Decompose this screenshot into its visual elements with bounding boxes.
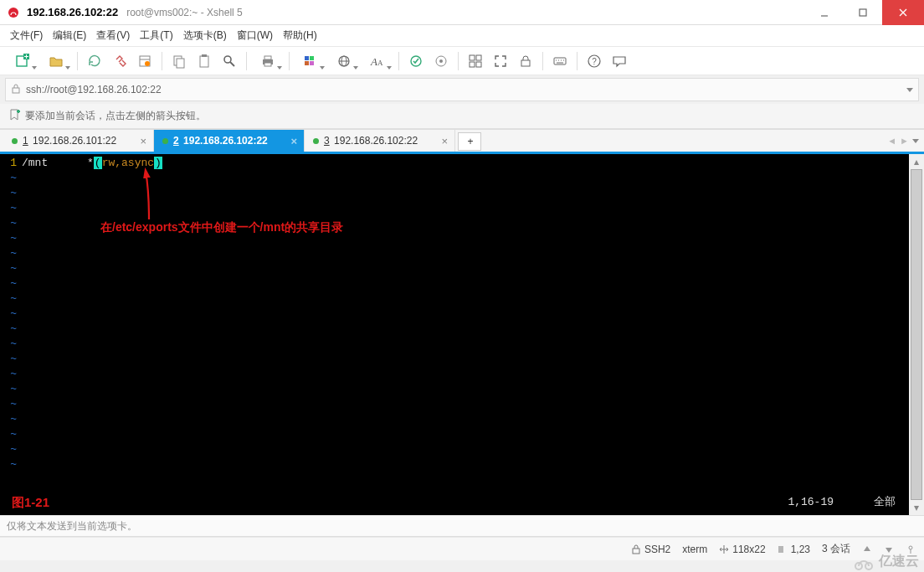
tile-button[interactable] [464, 49, 487, 73]
status-size: 118x22 [719, 544, 765, 555]
lock-button[interactable] [514, 49, 537, 73]
fullscreen-button[interactable] [489, 49, 512, 73]
tab-next-icon[interactable]: ► [900, 136, 909, 146]
disconnect-button[interactable] [108, 49, 131, 73]
keyboard-button[interactable] [548, 49, 572, 73]
menu-tabs[interactable]: 选项卡(B) [183, 28, 227, 43]
lock-icon [11, 84, 21, 96]
maximize-button[interactable] [844, 0, 882, 25]
svg-rect-35 [470, 62, 475, 67]
menu-file[interactable]: 文件(F) [10, 28, 43, 43]
tab-nav: ◄ ► [887, 130, 924, 152]
line-number: 1 [3, 156, 22, 171]
address-text: ssh://root@192.168.26.102:22 [26, 84, 162, 95]
color-scheme-button[interactable] [295, 49, 326, 73]
tab-label: 192.168.26.102:22 [334, 135, 418, 147]
svg-rect-20 [264, 63, 271, 66]
svg-rect-33 [470, 55, 475, 60]
menu-view[interactable]: 查看(V) [96, 28, 130, 43]
new-session-button[interactable] [7, 49, 38, 73]
svg-rect-21 [305, 56, 309, 60]
scrollbar-thumb[interactable] [911, 169, 922, 500]
tab-close-icon[interactable]: × [290, 135, 297, 147]
svg-point-11 [145, 61, 150, 66]
status-cursor: 1,23 [778, 544, 810, 555]
svg-rect-22 [310, 56, 314, 60]
status-dot-icon [313, 138, 319, 144]
tab-close-icon[interactable]: × [441, 135, 448, 147]
encoding-button[interactable] [328, 49, 360, 73]
svg-point-53 [909, 546, 912, 549]
svg-rect-13 [177, 59, 184, 68]
status-dot-icon [162, 138, 168, 144]
feedback-button[interactable] [608, 49, 631, 73]
menu-window[interactable]: 窗口(W) [237, 28, 273, 43]
status-sessions: 3 会话 [822, 542, 850, 556]
menu-edit[interactable]: 编辑(E) [53, 28, 86, 43]
svg-point-32 [439, 59, 443, 63]
terminal-scrollbar[interactable]: ▴ ▾ [909, 154, 924, 515]
open-session-button[interactable] [40, 49, 72, 73]
address-bar[interactable]: ssh://root@192.168.26.102:22 [5, 78, 919, 101]
xftp-button[interactable] [429, 49, 453, 73]
watermark: 亿速云 [852, 553, 919, 570]
svg-rect-34 [476, 55, 481, 60]
exports-path: /mnt [22, 157, 48, 169]
app-icon [7, 6, 20, 19]
find-button[interactable] [218, 49, 241, 73]
paste-button[interactable] [192, 49, 216, 73]
svg-rect-14 [200, 56, 208, 67]
window-subtitle: root@vms002:~ - Xshell 5 [126, 7, 243, 18]
annotation-text: 在/etc/exports文件中创建一个/mnt的共享目录 [100, 219, 343, 234]
font-button[interactable]: AA [362, 49, 393, 73]
figure-label: 图1-21 [12, 495, 49, 510]
title-bar: 192.168.26.102:22 root@vms002:~ - Xshell… [0, 0, 924, 25]
status-dot-icon [12, 138, 18, 144]
tab-prev-icon[interactable]: ◄ [887, 136, 896, 146]
watermark-text: 亿速云 [879, 553, 919, 570]
svg-rect-23 [305, 61, 309, 65]
menu-help[interactable]: 帮助(H) [283, 28, 317, 43]
scroll-up-icon[interactable]: ▴ [909, 154, 924, 169]
session-tab-2[interactable]: 2 192.168.26.102:22 × [154, 130, 305, 152]
tab-number: 3 [324, 135, 330, 147]
tab-close-icon[interactable]: × [140, 135, 146, 147]
compose-placeholder: 仅将文本发送到当前选项卡。 [7, 519, 137, 533]
tab-number: 1 [23, 135, 28, 147]
paren-open: ( [94, 157, 102, 169]
tab-list-dropdown-icon[interactable] [912, 139, 919, 143]
svg-rect-24 [310, 61, 314, 65]
help-button[interactable]: ? [583, 49, 606, 73]
status-termtype: xterm [682, 544, 707, 555]
svg-text:?: ? [592, 57, 597, 66]
address-dropdown-icon[interactable] [906, 88, 913, 92]
bookmark-add-icon[interactable] [8, 109, 20, 123]
svg-text:A: A [370, 55, 377, 68]
menu-tools[interactable]: 工具(T) [140, 28, 172, 43]
svg-text:A: A [377, 59, 383, 67]
add-tab-button[interactable]: + [458, 132, 481, 151]
svg-rect-49 [633, 549, 639, 554]
svg-rect-2 [860, 9, 866, 16]
svg-rect-19 [264, 56, 271, 59]
status-connection: SSH2 [631, 544, 670, 555]
properties-button[interactable] [133, 49, 157, 73]
session-tab-3[interactable]: 3 192.168.26.102:22 × [305, 130, 455, 152]
terminal[interactable]: 1 /mnt *(rw,async) ~ ~ ~ ~ ~ ~ ~ ~ ~ ~ ~… [0, 154, 909, 515]
compose-input[interactable]: 仅将文本发送到当前选项卡。 [0, 515, 924, 537]
reconnect-button[interactable] [83, 49, 106, 73]
copy-button[interactable] [167, 49, 191, 73]
terminal-wrap: 1 /mnt *(rw,async) ~ ~ ~ ~ ~ ~ ~ ~ ~ ~ ~… [0, 154, 924, 515]
svg-rect-36 [476, 62, 481, 67]
scroll-down-icon[interactable]: ▾ [909, 500, 924, 515]
svg-line-17 [230, 62, 234, 66]
svg-point-16 [224, 56, 231, 63]
session-tab-1[interactable]: 1 192.168.26.101:22 × [3, 130, 154, 152]
close-button[interactable] [882, 0, 924, 25]
status-bar: SSH2 xterm 118x22 1,23 3 会话 [0, 537, 924, 560]
svg-rect-46 [13, 88, 19, 93]
print-button[interactable] [252, 49, 284, 73]
xagent-button[interactable] [404, 49, 428, 73]
session-tabs: 1 192.168.26.101:22 × 2 192.168.26.102:2… [0, 129, 924, 154]
minimize-button[interactable] [805, 0, 844, 25]
